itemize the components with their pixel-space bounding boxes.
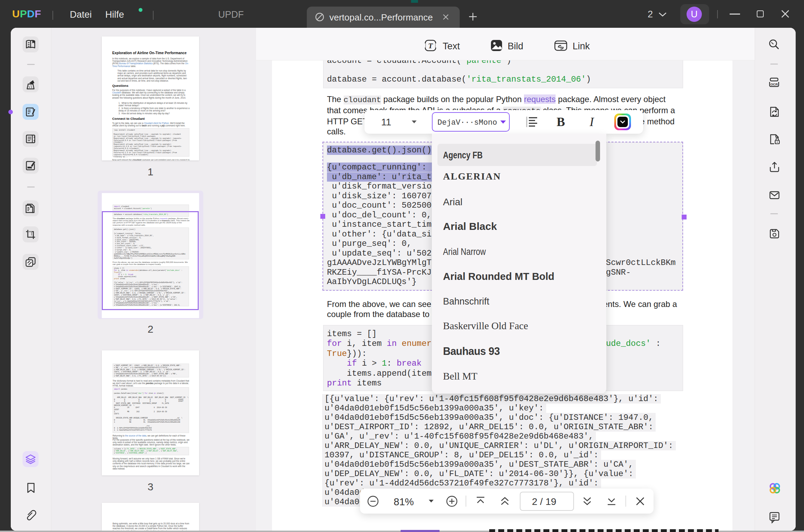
- svg-text:T: T: [428, 41, 433, 50]
- svg-text:OCR: OCR: [770, 82, 778, 86]
